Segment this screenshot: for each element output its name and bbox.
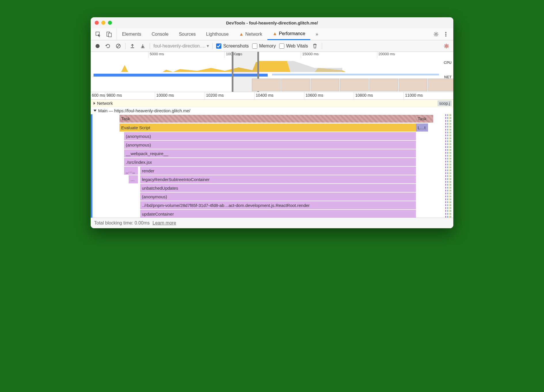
screenshot-thumb[interactable]: [252, 79, 281, 91]
overview-tick: 20000 ms: [377, 52, 453, 58]
tab-elements[interactable]: Elements: [117, 28, 147, 40]
titlebar: DevTools - foul-heavenly-direction.glitc…: [91, 17, 453, 28]
ruler-tick: 10800 ms: [354, 92, 404, 99]
warning-icon: ▲: [239, 32, 244, 37]
timing-marker: [450, 114, 451, 218]
cpu-chart: [94, 59, 439, 72]
record-button[interactable]: [94, 43, 101, 50]
ruler-tick: 10200 ms: [205, 92, 254, 99]
cpu-label: CPU: [444, 60, 452, 65]
screenshots-checkbox[interactable]: Screenshots: [216, 43, 249, 49]
flame-entry[interactable]: __webpack_require__: [124, 149, 416, 157]
tab-console[interactable]: Console: [147, 28, 174, 40]
ruler-tick: 11000 ms: [404, 92, 453, 99]
capture-settings-icon[interactable]: [443, 43, 450, 50]
svg-point-10: [446, 45, 447, 47]
device-toggle-icon[interactable]: [106, 31, 113, 38]
flame-entry[interactable]: …: [129, 175, 138, 183]
flame-chart[interactable]: TaskTaskEvaluate ScriptL…t(anonymous)(an…: [91, 114, 453, 218]
filmstrip: [91, 79, 453, 92]
ruler-tick: 10000 ms: [155, 92, 205, 99]
tbt-text: Total blocking time: 0.00ms: [94, 220, 150, 226]
timing-marker: [447, 114, 448, 218]
overview-pane[interactable]: 5000 ms 10000 ms 15000 ms 20000 ms CPU N…: [91, 52, 453, 92]
flame-entry[interactable]: render: [140, 166, 416, 175]
webvitals-checkbox[interactable]: Web Vitals: [279, 43, 308, 49]
network-item[interactable]: soop.j: [438, 100, 452, 106]
load-profile-icon[interactable]: [129, 43, 136, 50]
svg-rect-2: [109, 33, 111, 37]
overview-tick: 15000 ms: [301, 52, 377, 58]
main-track-header[interactable]: Main — https://foul-heavenly-direction.g…: [91, 107, 453, 114]
svg-point-7: [96, 44, 100, 48]
chevron-down-icon: ▾: [207, 43, 209, 49]
svg-line-9: [117, 45, 120, 47]
devtools-window: DevTools - foul-heavenly-direction.glitc…: [91, 17, 453, 228]
tab-performance[interactable]: ▲Performance: [267, 28, 310, 40]
learn-more-link[interactable]: Learn more: [153, 220, 176, 226]
reload-button[interactable]: [104, 43, 111, 50]
kebab-menu-icon[interactable]: [442, 31, 449, 38]
svg-point-5: [445, 34, 446, 35]
timeline-ruler[interactable]: 600 ms 9800 ms 10000 ms 10200 ms 10400 m…: [91, 92, 453, 100]
ruler-tick: 600 ms: [91, 92, 105, 99]
collapse-icon[interactable]: [94, 110, 96, 112]
ruler-tick: 10600 ms: [304, 92, 354, 99]
network-track[interactable]: Network soop.j: [91, 100, 453, 107]
overview-tick: 5000 ms: [148, 52, 225, 58]
profile-selector[interactable]: foul-heavenly-direction.… ▾: [153, 43, 209, 49]
screenshot-thumb[interactable]: [399, 79, 427, 91]
settings-icon[interactable]: [433, 31, 440, 38]
frame-marker: [91, 114, 92, 218]
flame-entry[interactable]: (anonymous): [124, 140, 416, 149]
screenshot-thumb[interactable]: [340, 79, 369, 91]
tab-network[interactable]: ▲Network: [234, 28, 267, 40]
svg-point-4: [445, 32, 446, 33]
window-title: DevTools - foul-heavenly-direction.glitc…: [91, 20, 453, 25]
screenshot-thumb[interactable]: [428, 79, 453, 91]
more-tabs[interactable]: »: [310, 28, 323, 40]
perf-toolbar: foul-heavenly-direction.… ▾ Screenshots …: [91, 40, 453, 52]
screenshot-thumb[interactable]: [369, 79, 398, 91]
flame-entry[interactable]: ./src/index.jsx: [124, 157, 416, 166]
flame-entry[interactable]: legacyRenderSubtreeIntoContainer: [140, 175, 416, 183]
flame-entry[interactable]: Task: [416, 114, 433, 123]
save-profile-icon[interactable]: [139, 43, 146, 50]
expand-icon[interactable]: [94, 102, 95, 105]
flame-entry[interactable]: (anonymous): [124, 132, 416, 140]
flame-entry[interactable]: _…_: [124, 166, 138, 175]
clear-button[interactable]: [115, 43, 122, 50]
flame-entry[interactable]: Task: [119, 114, 416, 123]
warning-icon: ▲: [273, 31, 277, 36]
flame-entry[interactable]: Evaluate Script: [119, 123, 416, 132]
net-bar: [272, 74, 439, 75]
screenshot-thumb[interactable]: [311, 79, 339, 91]
flame-entry[interactable]: ../rbd/pnpm-volume/28d7f85f-31d7-4fd8-ab…: [140, 201, 416, 209]
flame-entry[interactable]: unbatchedUpdates: [140, 183, 416, 192]
footer: Total blocking time: 0.00ms Learn more: [91, 218, 453, 228]
inspect-element-icon[interactable]: [95, 31, 102, 38]
flame-entry[interactable]: (anonymous): [140, 192, 416, 201]
screenshot-thumb[interactable]: [281, 79, 310, 91]
main-tabbar: Elements Console Sources Lighthouse ▲Net…: [91, 28, 453, 40]
flame-entry[interactable]: updateContainer: [140, 209, 416, 218]
trash-icon[interactable]: [311, 43, 318, 50]
tab-sources[interactable]: Sources: [174, 28, 201, 40]
ruler-tick: 10400 ms: [254, 92, 304, 99]
flame-entry[interactable]: L…t: [416, 123, 428, 132]
tab-lighthouse[interactable]: Lighthouse: [201, 28, 234, 40]
memory-checkbox[interactable]: Memory: [252, 43, 276, 49]
svg-point-6: [445, 35, 446, 37]
svg-point-3: [435, 33, 437, 35]
timing-marker: [445, 114, 446, 218]
ruler-tick: 9800 ms: [105, 92, 155, 99]
timing-marker: [449, 114, 449, 218]
